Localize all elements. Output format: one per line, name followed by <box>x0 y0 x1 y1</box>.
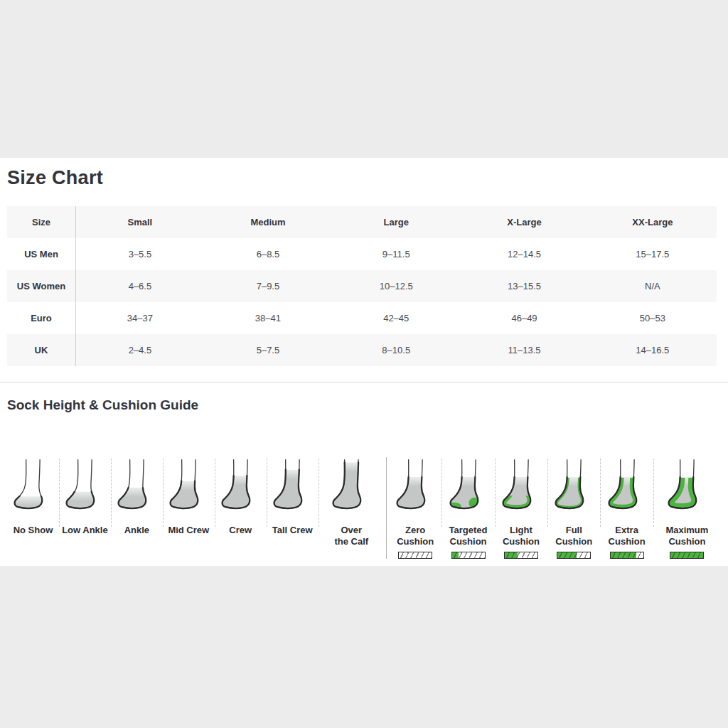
cushion-item-targeted-cushion: TargetedCushion <box>441 457 494 559</box>
sock-icon-tall-crew <box>272 457 313 520</box>
column-header-size: Size <box>7 206 76 238</box>
table-cell: 3–5.5 <box>76 238 204 270</box>
column-header: Large <box>332 206 460 238</box>
table-cell: 10–12.5 <box>332 270 460 302</box>
cushion-item-maximum-cushion: MaximumCushion <box>653 457 721 559</box>
icon-label: LightCushion <box>503 525 540 547</box>
icon-label: Overthe Calf <box>334 525 368 547</box>
guide-title: Sock Height & Cushion Guide <box>7 397 728 414</box>
table-cell: 8–10.5 <box>332 334 460 366</box>
icon-label: Low Ankle <box>62 525 108 536</box>
row-label: US Women <box>7 270 76 302</box>
size-chart-header-row: SizeSmallMediumLargeX-LargeXX-Large <box>7 206 717 238</box>
table-cell: 13–15.5 <box>460 270 588 302</box>
icon-label: Ankle <box>124 525 149 536</box>
sock-icon-ankle <box>116 457 157 520</box>
sock-height-group: No Show Low Ankle <box>7 457 385 547</box>
height-item-ankle: Ankle <box>111 457 163 547</box>
cushion-item-full-cushion: FullCushion <box>547 457 600 559</box>
table-row: US Women4–6.57–9.510–12.513–15.5N/A <box>7 270 717 302</box>
table-row: US Men3–5.56–8.59–11.512–14.515–17.5 <box>7 238 717 270</box>
table-cell: 46–49 <box>460 302 588 334</box>
row-label: UK <box>7 334 76 366</box>
column-header: X-Large <box>460 206 588 238</box>
table-cell: 5–7.5 <box>204 334 332 366</box>
row-label: Euro <box>7 302 76 334</box>
table-cell: 15–17.5 <box>589 238 717 270</box>
cushion-level-bar <box>504 552 538 559</box>
row-label: US Men <box>7 238 76 270</box>
sock-icon-light-cushion <box>500 457 542 520</box>
size-chart-table: SizeSmallMediumLargeX-LargeXX-Large US M… <box>7 206 717 366</box>
cushion-level-fill <box>670 552 703 558</box>
cushion-group: ZeroCushion TargetedCushion <box>389 457 721 559</box>
sock-icon-maximum-cushion <box>666 457 707 520</box>
table-cell: 9–11.5 <box>332 238 460 270</box>
sock-icon-zero-cushion <box>395 457 436 520</box>
icon-label: ZeroCushion <box>397 525 434 547</box>
size-guide-panel: Size Chart SizeSmallMediumLargeX-LargeXX… <box>0 158 728 566</box>
table-cell: 34–37 <box>76 302 204 334</box>
height-item-no-show: No Show <box>7 457 59 547</box>
cushion-level-bar <box>670 552 704 559</box>
sock-icon-targeted-cushion <box>448 457 489 520</box>
icon-label: TargetedCushion <box>449 525 488 547</box>
column-header: Small <box>76 206 204 238</box>
height-item-tall-crew: Tall Crew <box>267 457 318 547</box>
cushion-level-fill <box>557 552 577 558</box>
guide-row: No Show Low Ankle <box>7 457 721 559</box>
sock-icon-crew <box>220 457 261 520</box>
cushion-item-zero-cushion: ZeroCushion <box>389 457 441 559</box>
sock-icon-mid-crew <box>168 457 209 520</box>
cushion-level-fill <box>611 552 637 558</box>
cushion-level-bar <box>610 552 644 559</box>
column-header: Medium <box>204 206 332 238</box>
table-cell: 6–8.5 <box>204 238 332 270</box>
size-chart-title: Size Chart <box>7 166 728 189</box>
table-cell: 42–45 <box>332 302 460 334</box>
height-item-over-the-calf: Overthe Calf <box>318 457 385 547</box>
sock-icon-full-cushion <box>553 457 594 520</box>
size-chart-body: US Men3–5.56–8.59–11.512–14.515–17.5US W… <box>7 238 717 366</box>
cushion-item-extra-cushion: ExtraCushion <box>600 457 653 559</box>
icon-label: ExtraCushion <box>609 525 646 547</box>
cushion-level-bar <box>557 552 591 559</box>
height-item-crew: Crew <box>215 457 267 547</box>
column-header: XX-Large <box>589 206 717 238</box>
sock-icon-no-show <box>12 457 53 520</box>
cushion-item-light-cushion: LightCushion <box>495 457 547 559</box>
sock-icon-over-the-calf <box>331 457 372 520</box>
cushion-level-fill <box>505 552 518 558</box>
icon-label: No Show <box>14 525 53 536</box>
table-cell: 12–14.5 <box>460 238 588 270</box>
icon-label: Mid Crew <box>168 525 209 536</box>
group-divider <box>386 457 387 559</box>
table-row: UK2–4.55–7.58–10.511–13.514–16.5 <box>7 334 717 366</box>
cushion-level-bar <box>398 552 432 559</box>
sock-icon-extra-cushion <box>606 457 648 520</box>
table-cell: 4–6.5 <box>76 270 204 302</box>
icon-label: MaximumCushion <box>665 525 708 547</box>
height-item-mid-crew: Mid Crew <box>163 457 215 547</box>
section-divider <box>0 382 728 382</box>
table-cell: 2–4.5 <box>76 334 204 366</box>
table-cell: 7–9.5 <box>204 270 332 302</box>
table-cell: 14–16.5 <box>589 334 717 366</box>
sock-icon-low-ankle <box>64 457 105 520</box>
cushion-level-fill <box>452 552 459 558</box>
table-cell: 38–41 <box>204 302 332 334</box>
table-cell: N/A <box>589 270 717 302</box>
cushion-level-bar <box>451 552 486 559</box>
table-cell: 50–53 <box>589 302 717 334</box>
icon-label: Tall Crew <box>272 525 313 536</box>
icon-label: FullCushion <box>555 525 592 547</box>
height-item-low-ankle: Low Ankle <box>59 457 111 547</box>
icon-label: Crew <box>229 525 252 536</box>
table-cell: 11–13.5 <box>460 334 588 366</box>
table-row: Euro34–3738–4142–4546–4950–53 <box>7 302 717 334</box>
